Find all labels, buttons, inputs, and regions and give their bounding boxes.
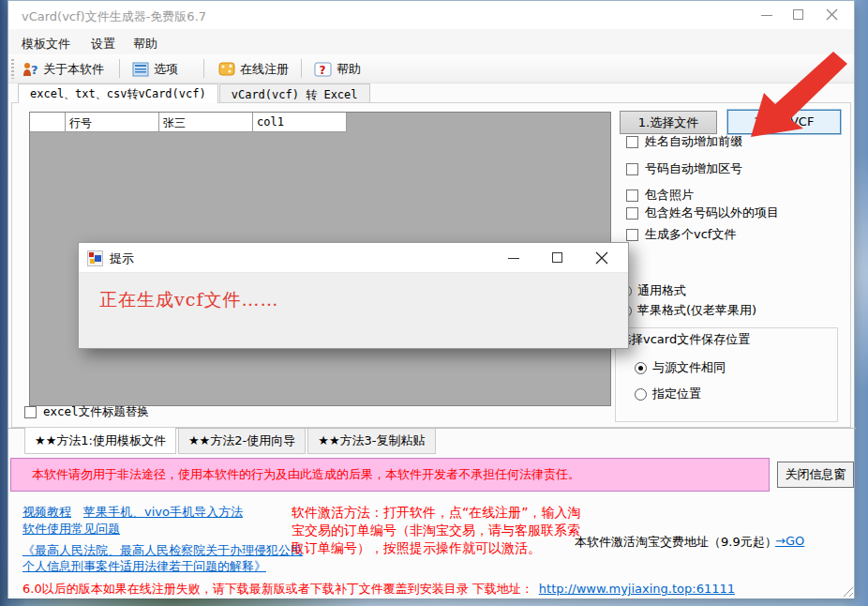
grid-header-rowselector <box>30 113 66 132</box>
radio-generic-format[interactable]: 通用格式 <box>620 282 686 299</box>
checkbox-label: 姓名自动增加前缀 <box>645 133 742 150</box>
checkbox-area-code[interactable]: 号码自动增加区号 <box>626 160 742 177</box>
minimize-icon <box>761 15 772 16</box>
checkbox-icon <box>626 163 638 175</box>
radio-icon <box>635 388 647 401</box>
radio-same-as-source[interactable]: 与源文件相同 <box>635 359 726 376</box>
info-area: 视频教程 苹果手机、vivo手机导入方法 软件使用常见问题 《最高人民法院、最高… <box>8 492 854 598</box>
checkbox-icon <box>626 189 638 202</box>
warning-banner: 本软件请勿用于非法途径，使用本软件的行为及由此造成的后果，本软件开发者不承担任何… <box>10 458 770 492</box>
close-icon <box>595 251 608 265</box>
toolbar-help-button[interactable]: ? 帮助 <box>308 57 367 81</box>
method-tab-strip: ★★方法1:使用模板文件 ★★方法2-使用向导 ★★方法3-复制粘贴 <box>24 429 438 454</box>
toolbar-options-label: 选项 <box>154 61 178 78</box>
menu-template-file[interactable]: 模板文件 <box>18 34 74 54</box>
close-button[interactable] <box>816 1 848 29</box>
go-link[interactable]: →GO <box>775 534 804 548</box>
checkbox-icon <box>626 229 638 241</box>
close-info-button[interactable]: 关闭信息窗 <box>777 462 854 488</box>
title-bar: vCard(vcf)文件生成器-免费版6.7 <box>8 1 854 29</box>
dialog-close-button[interactable] <box>583 243 621 273</box>
dialog-title: 提示 <box>110 250 134 267</box>
checkbox-excel-title-replace[interactable]: excel文件标题替换 <box>24 404 149 420</box>
checkbox-multiple-vcf[interactable]: 生成多个vcf文件 <box>626 226 736 243</box>
svg-text:?: ? <box>320 63 326 76</box>
progress-dialog: 提示 正在生成vcf文件…… <box>78 242 629 349</box>
conversion-tab-strip: excel、txt、csv转vCard(vcf) vCard(vcf) 转 Ex… <box>18 83 371 103</box>
grid-header-col1: col1 <box>253 113 347 132</box>
checkbox-include-photo[interactable]: 包含照片 <box>626 187 694 204</box>
radio-label: 指定位置 <box>652 386 701 402</box>
menu-bar: 模板文件 设置 帮助 <box>8 29 854 54</box>
phone-import-link[interactable]: 苹果手机、vivo手机导入方法 <box>83 504 243 521</box>
download-note-text: 6.0以后的版本如果在线注册失败，请下载最新版或者下载补丁文件覆盖到安装目录 下… <box>22 582 533 596</box>
select-file-button[interactable]: 1.选择文件 <box>620 111 717 134</box>
register-icon <box>218 61 235 77</box>
radio-icon <box>635 362 647 374</box>
toolbar-separator <box>203 59 204 78</box>
download-note: 6.0以后的版本如果在线注册失败，请下载最新版或者下载补丁文件覆盖到安装目录 下… <box>22 581 735 598</box>
grid-header-row: 行号 张三 col1 <box>30 113 347 132</box>
minimize-button[interactable] <box>751 1 783 29</box>
dialog-maximize-button[interactable] <box>539 243 576 273</box>
checkbox-icon <box>626 136 638 148</box>
toolbar: ? 关于本软件 选项 在线注册 <box>8 54 854 83</box>
dialog-title-bar: 提示 <box>79 243 628 273</box>
save-location-title: 选择vcard文件保存位置 <box>619 331 750 348</box>
toolbar-register-label: 在线注册 <box>240 61 289 78</box>
checkbox-label: 号码自动增加区号 <box>645 160 742 177</box>
minimize-icon <box>508 258 519 259</box>
maximize-icon <box>552 252 562 263</box>
toolbar-register-button[interactable]: 在线注册 <box>213 57 294 81</box>
svg-text:?: ? <box>31 63 38 77</box>
checkbox-include-other-items[interactable]: 包含姓名号码以外的项目 <box>626 205 779 221</box>
taobao-fee-text: 本软件激活淘宝交费地址（9.9元起） <box>575 534 777 551</box>
tab-excel-to-vcard[interactable]: excel、txt、csv转vCard(vcf) <box>18 83 218 103</box>
dialog-message: 正在生成vcf文件…… <box>99 288 278 312</box>
radio-label: 苹果格式(仅老苹果用) <box>637 302 756 319</box>
toolbar-about-label: 关于本软件 <box>43 61 104 78</box>
about-icon: ? <box>22 61 38 78</box>
checkbox-label: 生成多个vcf文件 <box>645 226 736 243</box>
checkbox-label: excel文件标题替换 <box>43 404 149 420</box>
window-title: vCard(vcf)文件生成器-免费版6.7 <box>22 8 206 25</box>
menu-settings[interactable]: 设置 <box>87 34 119 54</box>
tab-method-1-template[interactable]: ★★方法1:使用模板文件 <box>24 429 176 454</box>
help-icon: ? <box>314 62 332 77</box>
checkbox-name-prefix[interactable]: 姓名自动增加前缀 <box>626 133 742 150</box>
radio-label: 通用格式 <box>637 282 686 299</box>
toolbar-grip-icon <box>11 59 14 79</box>
toolbar-separator <box>301 59 302 78</box>
checkbox-icon <box>24 406 37 418</box>
toolbar-help-label: 帮助 <box>337 61 361 78</box>
law-interpretation-link[interactable]: 《最高人民法院、最高人民检察院关于办理侵犯公民个人信息刑事案件适用法律若干问题的… <box>22 542 304 574</box>
maximize-icon <box>793 9 803 20</box>
radio-apple-format[interactable]: 苹果格式(仅老苹果用) <box>620 302 756 319</box>
checkbox-label: 包含照片 <box>645 187 694 204</box>
grid-header-rownum: 行号 <box>66 113 159 132</box>
radio-label: 与源文件相同 <box>652 359 726 376</box>
video-tutorial-link[interactable]: 视频教程 <box>22 504 71 521</box>
grid-header-name: 张三 <box>159 113 253 132</box>
tab-method-3-copy-paste[interactable]: ★★方法3-复制粘贴 <box>307 429 435 454</box>
toolbar-about-button[interactable]: ? 关于本软件 <box>16 57 110 81</box>
maximize-button[interactable] <box>783 1 815 29</box>
faq-link[interactable]: 软件使用常见问题 <box>22 521 120 538</box>
dialog-minimize-button[interactable] <box>495 243 532 273</box>
download-url-link[interactable]: http://www.myjiaxing.top:61111 <box>539 582 735 596</box>
radio-specified-location[interactable]: 指定位置 <box>635 386 701 402</box>
generate-vcf-button[interactable]: 2.生成VCF <box>727 110 841 134</box>
close-icon <box>826 8 838 21</box>
tab-method-2-wizard[interactable]: ★★方法2-使用向导 <box>178 429 306 454</box>
winforms-app-icon <box>87 250 103 266</box>
checkbox-icon <box>626 207 638 220</box>
checkbox-label: 包含姓名号码以外的项目 <box>645 205 779 221</box>
toolbar-separator <box>119 59 120 78</box>
activation-instructions: 软件激活方法：打开软件，点“在线注册”，输入淘宝交易的订单编号（非淘宝交易，请与… <box>292 504 584 557</box>
save-location-group: 选择vcard文件保存位置 与源文件相同 指定位置 <box>615 327 838 422</box>
options-icon <box>132 62 149 77</box>
tab-vcard-to-excel[interactable]: vCard(vcf) 转 Excel <box>219 83 370 103</box>
menu-help[interactable]: 帮助 <box>129 34 161 54</box>
toolbar-options-button[interactable]: 选项 <box>127 57 184 81</box>
warning-text: 本软件请勿用于非法途径，使用本软件的行为及由此造成的后果，本软件开发者不承担任何… <box>32 466 580 483</box>
